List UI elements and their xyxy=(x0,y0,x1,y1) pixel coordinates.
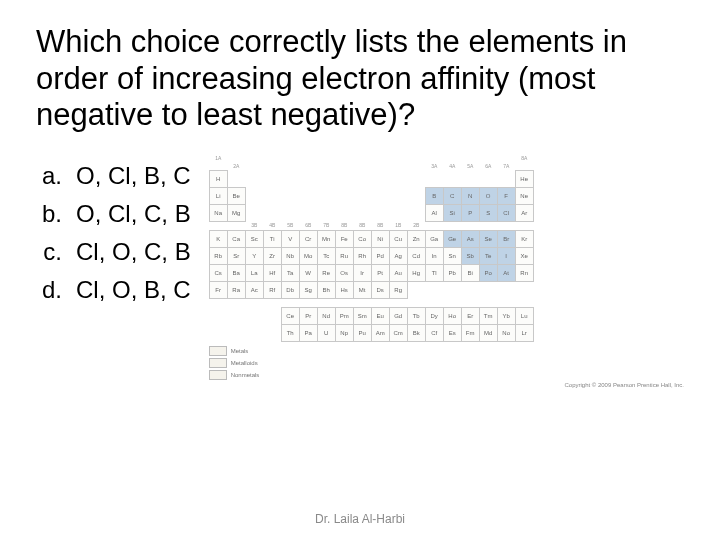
slide-footer: Dr. Laila Al-Harbi xyxy=(0,512,720,526)
choice-d: d. Cl, O, B, C xyxy=(36,272,191,308)
choice-text: Cl, O, B, C xyxy=(76,272,191,308)
choice-letter: b. xyxy=(36,196,62,232)
legend-metalloids: Metalloids xyxy=(231,360,258,366)
choice-letter: a. xyxy=(36,158,62,194)
choice-letter: c. xyxy=(36,234,62,270)
choice-b: b. O, Cl, C, B xyxy=(36,196,191,232)
choice-a: a. O, Cl, B, C xyxy=(36,158,191,194)
choice-c: c. Cl, O, C, B xyxy=(36,234,191,270)
choice-text: O, Cl, B, C xyxy=(76,158,191,194)
legend-metals: Metals xyxy=(231,348,249,354)
choice-letter: d. xyxy=(36,272,62,308)
periodic-table-legend: Metals Metalloids Nonmetals xyxy=(209,346,684,380)
choice-text: Cl, O, C, B xyxy=(76,234,191,270)
answer-choices: a. O, Cl, B, C b. O, Cl, C, B c. Cl, O, … xyxy=(36,158,191,310)
image-copyright: Copyright © 2009 Pearson Prentice Hall, … xyxy=(209,382,684,388)
choice-text: O, Cl, C, B xyxy=(76,196,191,232)
periodic-table-image: 1A8A2A3A4A5A6A7AHHeLiBeBCNOFNeNaMgAlSiPS… xyxy=(209,154,534,342)
legend-nonmetals: Nonmetals xyxy=(231,372,260,378)
question-text: Which choice correctly lists the element… xyxy=(36,24,684,134)
